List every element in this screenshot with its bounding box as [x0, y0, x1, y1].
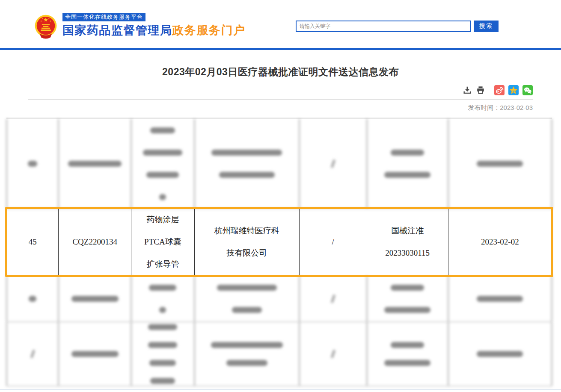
site-brand: 全国一体化在线政务服务平台 国家药品监督管理局政务服务门户 — [33, 13, 246, 40]
national-emblem-logo[interactable] — [33, 13, 58, 40]
table-cell — [300, 119, 367, 208]
header-divider-line — [0, 48, 561, 50]
table-cell — [448, 322, 552, 386]
share-toolbar — [0, 85, 533, 95]
table-cell — [195, 119, 300, 208]
table-cell — [131, 276, 195, 321]
table-cell — [367, 276, 448, 321]
table-cell — [6, 322, 59, 386]
platform-badge: 全国一体化在线政务服务平台 — [62, 13, 145, 21]
table-row-highlighted: 45CQZ2200134药物涂层PTCA球囊扩张导管杭州瑞维特医疗科技有限公司/… — [6, 209, 552, 276]
table-cell — [300, 276, 367, 321]
table-cell — [195, 276, 300, 321]
site-title: 国家药品监督管理局政务服务门户 — [62, 23, 246, 38]
table-row-redacted — [6, 322, 552, 386]
publish-time-label: 发布时间： — [468, 104, 500, 111]
brand-text: 全国一体化在线政务服务平台 国家药品监督管理局政务服务门户 — [62, 13, 246, 38]
table-cell — [131, 322, 195, 386]
table-cell: 国械注准20233030115 — [367, 209, 448, 275]
title-divider-line — [28, 99, 533, 100]
site-name: 国家药品监督管理局 — [62, 24, 172, 37]
table-row-redacted — [6, 119, 552, 209]
table-cell: 药物涂层PTCA球囊扩张导管 — [131, 209, 195, 275]
table-cell — [59, 276, 131, 321]
table-cell — [448, 119, 552, 208]
print-icon[interactable] — [476, 85, 485, 95]
table-cell — [300, 322, 367, 386]
search-input[interactable] — [296, 21, 471, 32]
table-cell: CQZ2200134 — [59, 209, 131, 275]
portal-name: 政务服务门户 — [172, 24, 246, 37]
search-bar: 搜索 — [296, 21, 499, 32]
footer-line — [0, 389, 561, 390]
qzone-share-icon[interactable] — [508, 85, 519, 95]
article: 2023年02月03日医疗器械批准证明文件送达信息发布 — [0, 65, 561, 386]
table-cell — [59, 119, 131, 208]
table-cell: / — [300, 209, 367, 275]
device-approval-table: 45CQZ2200134药物涂层PTCA球囊扩张导管杭州瑞维特医疗科技有限公司/… — [6, 118, 552, 386]
wechat-share-icon[interactable] — [522, 85, 533, 95]
download-icon[interactable] — [463, 85, 472, 95]
table-cell: 2023-02-02 — [448, 209, 552, 275]
top-border-line — [0, 0, 561, 4]
table-cell — [131, 119, 195, 208]
table-cell — [367, 322, 448, 386]
site-header: 全国一体化在线政务服务平台 国家药品监督管理局政务服务门户 搜索 — [0, 4, 561, 48]
table-cell: 45 — [6, 209, 59, 275]
search-button[interactable]: 搜索 — [474, 21, 499, 32]
table-cell — [6, 276, 59, 321]
weibo-share-icon[interactable] — [494, 85, 505, 95]
publish-time: 发布时间：2023-02-03 — [0, 104, 533, 112]
table-cell — [59, 322, 131, 386]
table-row-redacted — [6, 276, 552, 322]
table-cell — [195, 322, 300, 386]
table-cell — [6, 119, 59, 208]
page-title: 2023年02月03日医疗器械批准证明文件送达信息发布 — [0, 65, 561, 79]
table-cell — [448, 276, 552, 321]
publish-time-value: 2023-02-03 — [500, 104, 533, 111]
table-cell: 杭州瑞维特医疗科技有限公司 — [195, 209, 300, 275]
table-cell — [367, 119, 448, 208]
